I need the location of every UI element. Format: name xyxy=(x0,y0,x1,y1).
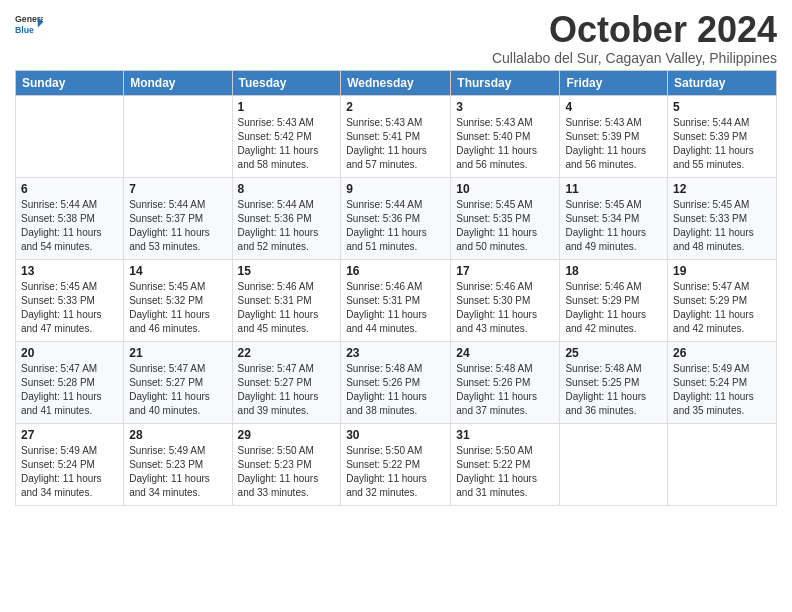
day-number: 16 xyxy=(346,264,445,278)
month-title: October 2024 xyxy=(492,10,777,50)
day-info: Sunrise: 5:50 AMSunset: 5:22 PMDaylight:… xyxy=(456,444,554,500)
day-info: Sunrise: 5:45 AMSunset: 5:33 PMDaylight:… xyxy=(21,280,118,336)
day-info: Sunrise: 5:44 AMSunset: 5:39 PMDaylight:… xyxy=(673,116,771,172)
day-info: Sunrise: 5:49 AMSunset: 5:24 PMDaylight:… xyxy=(21,444,118,500)
header-friday: Friday xyxy=(560,70,668,95)
header-monday: Monday xyxy=(124,70,232,95)
day-number: 24 xyxy=(456,346,554,360)
day-cell-1-6: 12Sunrise: 5:45 AMSunset: 5:33 PMDayligh… xyxy=(668,177,777,259)
day-info: Sunrise: 5:45 AMSunset: 5:32 PMDaylight:… xyxy=(129,280,226,336)
day-info: Sunrise: 5:47 AMSunset: 5:29 PMDaylight:… xyxy=(673,280,771,336)
day-cell-3-3: 23Sunrise: 5:48 AMSunset: 5:26 PMDayligh… xyxy=(341,341,451,423)
day-cell-3-1: 21Sunrise: 5:47 AMSunset: 5:27 PMDayligh… xyxy=(124,341,232,423)
subtitle: Cullalabo del Sur, Cagayan Valley, Phili… xyxy=(492,50,777,66)
day-info: Sunrise: 5:43 AMSunset: 5:42 PMDaylight:… xyxy=(238,116,336,172)
week-row-4: 27Sunrise: 5:49 AMSunset: 5:24 PMDayligh… xyxy=(16,423,777,505)
day-info: Sunrise: 5:49 AMSunset: 5:23 PMDaylight:… xyxy=(129,444,226,500)
header-sunday: Sunday xyxy=(16,70,124,95)
day-cell-1-1: 7Sunrise: 5:44 AMSunset: 5:37 PMDaylight… xyxy=(124,177,232,259)
day-cell-3-6: 26Sunrise: 5:49 AMSunset: 5:24 PMDayligh… xyxy=(668,341,777,423)
day-number: 7 xyxy=(129,182,226,196)
day-cell-4-6 xyxy=(668,423,777,505)
day-cell-4-1: 28Sunrise: 5:49 AMSunset: 5:23 PMDayligh… xyxy=(124,423,232,505)
week-row-1: 6Sunrise: 5:44 AMSunset: 5:38 PMDaylight… xyxy=(16,177,777,259)
day-number: 26 xyxy=(673,346,771,360)
day-info: Sunrise: 5:45 AMSunset: 5:34 PMDaylight:… xyxy=(565,198,662,254)
day-info: Sunrise: 5:46 AMSunset: 5:31 PMDaylight:… xyxy=(238,280,336,336)
day-info: Sunrise: 5:47 AMSunset: 5:27 PMDaylight:… xyxy=(238,362,336,418)
day-cell-0-4: 3Sunrise: 5:43 AMSunset: 5:40 PMDaylight… xyxy=(451,95,560,177)
day-info: Sunrise: 5:46 AMSunset: 5:30 PMDaylight:… xyxy=(456,280,554,336)
day-number: 23 xyxy=(346,346,445,360)
day-cell-0-6: 5Sunrise: 5:44 AMSunset: 5:39 PMDaylight… xyxy=(668,95,777,177)
day-info: Sunrise: 5:48 AMSunset: 5:26 PMDaylight:… xyxy=(346,362,445,418)
day-info: Sunrise: 5:48 AMSunset: 5:25 PMDaylight:… xyxy=(565,362,662,418)
day-number: 22 xyxy=(238,346,336,360)
day-info: Sunrise: 5:49 AMSunset: 5:24 PMDaylight:… xyxy=(673,362,771,418)
day-number: 20 xyxy=(21,346,118,360)
day-number: 4 xyxy=(565,100,662,114)
day-cell-3-4: 24Sunrise: 5:48 AMSunset: 5:26 PMDayligh… xyxy=(451,341,560,423)
day-info: Sunrise: 5:50 AMSunset: 5:22 PMDaylight:… xyxy=(346,444,445,500)
day-number: 1 xyxy=(238,100,336,114)
logo: General Blue xyxy=(15,10,43,38)
day-number: 10 xyxy=(456,182,554,196)
day-info: Sunrise: 5:47 AMSunset: 5:27 PMDaylight:… xyxy=(129,362,226,418)
day-number: 28 xyxy=(129,428,226,442)
day-info: Sunrise: 5:48 AMSunset: 5:26 PMDaylight:… xyxy=(456,362,554,418)
day-number: 25 xyxy=(565,346,662,360)
page: General Blue October 2024 Cullalabo del … xyxy=(0,0,792,612)
day-info: Sunrise: 5:44 AMSunset: 5:38 PMDaylight:… xyxy=(21,198,118,254)
day-number: 11 xyxy=(565,182,662,196)
day-cell-4-4: 31Sunrise: 5:50 AMSunset: 5:22 PMDayligh… xyxy=(451,423,560,505)
day-number: 13 xyxy=(21,264,118,278)
day-number: 31 xyxy=(456,428,554,442)
day-cell-0-3: 2Sunrise: 5:43 AMSunset: 5:41 PMDaylight… xyxy=(341,95,451,177)
day-cell-0-0 xyxy=(16,95,124,177)
day-info: Sunrise: 5:44 AMSunset: 5:36 PMDaylight:… xyxy=(346,198,445,254)
day-info: Sunrise: 5:46 AMSunset: 5:29 PMDaylight:… xyxy=(565,280,662,336)
svg-text:Blue: Blue xyxy=(15,25,34,35)
day-cell-3-0: 20Sunrise: 5:47 AMSunset: 5:28 PMDayligh… xyxy=(16,341,124,423)
day-info: Sunrise: 5:43 AMSunset: 5:41 PMDaylight:… xyxy=(346,116,445,172)
day-cell-2-1: 14Sunrise: 5:45 AMSunset: 5:32 PMDayligh… xyxy=(124,259,232,341)
header-wednesday: Wednesday xyxy=(341,70,451,95)
day-cell-4-3: 30Sunrise: 5:50 AMSunset: 5:22 PMDayligh… xyxy=(341,423,451,505)
day-number: 18 xyxy=(565,264,662,278)
day-number: 5 xyxy=(673,100,771,114)
day-cell-3-2: 22Sunrise: 5:47 AMSunset: 5:27 PMDayligh… xyxy=(232,341,341,423)
day-info: Sunrise: 5:44 AMSunset: 5:37 PMDaylight:… xyxy=(129,198,226,254)
day-number: 6 xyxy=(21,182,118,196)
logo-icon: General Blue xyxy=(15,10,43,38)
calendar-table: Sunday Monday Tuesday Wednesday Thursday… xyxy=(15,70,777,506)
week-row-0: 1Sunrise: 5:43 AMSunset: 5:42 PMDaylight… xyxy=(16,95,777,177)
day-number: 30 xyxy=(346,428,445,442)
day-cell-2-2: 15Sunrise: 5:46 AMSunset: 5:31 PMDayligh… xyxy=(232,259,341,341)
day-info: Sunrise: 5:45 AMSunset: 5:33 PMDaylight:… xyxy=(673,198,771,254)
calendar-header-row: Sunday Monday Tuesday Wednesday Thursday… xyxy=(16,70,777,95)
day-info: Sunrise: 5:43 AMSunset: 5:39 PMDaylight:… xyxy=(565,116,662,172)
day-cell-2-6: 19Sunrise: 5:47 AMSunset: 5:29 PMDayligh… xyxy=(668,259,777,341)
day-number: 14 xyxy=(129,264,226,278)
day-info: Sunrise: 5:47 AMSunset: 5:28 PMDaylight:… xyxy=(21,362,118,418)
day-number: 29 xyxy=(238,428,336,442)
day-number: 19 xyxy=(673,264,771,278)
day-cell-1-0: 6Sunrise: 5:44 AMSunset: 5:38 PMDaylight… xyxy=(16,177,124,259)
header-saturday: Saturday xyxy=(668,70,777,95)
day-number: 21 xyxy=(129,346,226,360)
day-cell-1-3: 9Sunrise: 5:44 AMSunset: 5:36 PMDaylight… xyxy=(341,177,451,259)
day-info: Sunrise: 5:44 AMSunset: 5:36 PMDaylight:… xyxy=(238,198,336,254)
day-cell-4-2: 29Sunrise: 5:50 AMSunset: 5:23 PMDayligh… xyxy=(232,423,341,505)
day-cell-2-5: 18Sunrise: 5:46 AMSunset: 5:29 PMDayligh… xyxy=(560,259,668,341)
week-row-3: 20Sunrise: 5:47 AMSunset: 5:28 PMDayligh… xyxy=(16,341,777,423)
day-number: 17 xyxy=(456,264,554,278)
day-number: 12 xyxy=(673,182,771,196)
header-tuesday: Tuesday xyxy=(232,70,341,95)
day-cell-1-2: 8Sunrise: 5:44 AMSunset: 5:36 PMDaylight… xyxy=(232,177,341,259)
header-thursday: Thursday xyxy=(451,70,560,95)
day-cell-4-0: 27Sunrise: 5:49 AMSunset: 5:24 PMDayligh… xyxy=(16,423,124,505)
day-cell-1-5: 11Sunrise: 5:45 AMSunset: 5:34 PMDayligh… xyxy=(560,177,668,259)
day-cell-2-0: 13Sunrise: 5:45 AMSunset: 5:33 PMDayligh… xyxy=(16,259,124,341)
day-number: 3 xyxy=(456,100,554,114)
day-number: 15 xyxy=(238,264,336,278)
